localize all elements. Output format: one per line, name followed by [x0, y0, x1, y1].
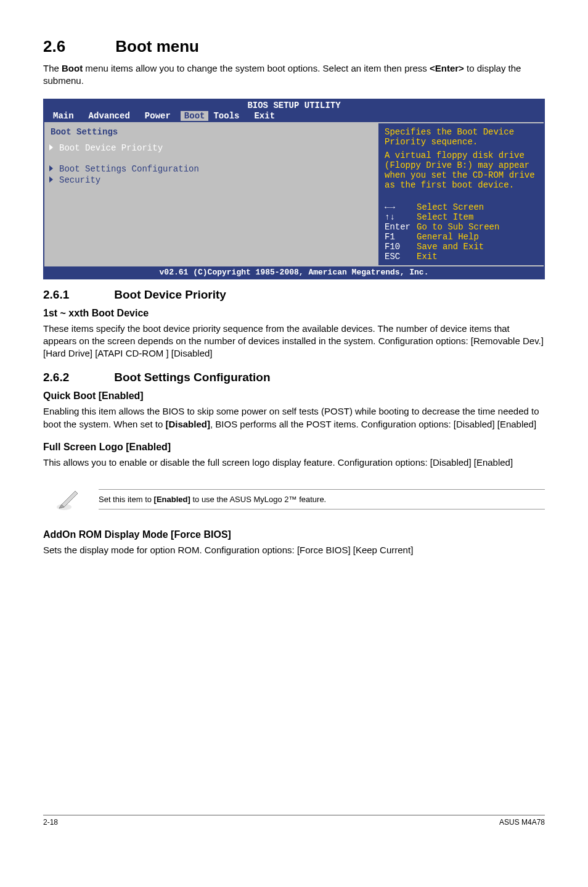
legend-label: Go to Sub Screen	[417, 222, 499, 232]
subsection-heading: 2.6.2 Boot Settings Configuration	[43, 371, 545, 384]
triangle-icon	[49, 176, 53, 183]
bios-screenshot: BIOS SETUP UTILITY Main Advanced Power B…	[43, 99, 545, 279]
option-heading: Full Screen Logo [Enabled]	[43, 442, 545, 453]
bios-menu-main: Main	[48, 111, 84, 121]
bios-item-label: Boot Settings Configuration	[59, 164, 199, 174]
pencil-icon	[55, 486, 81, 512]
text: Set this item to	[99, 495, 154, 504]
bios-item-boot-device-priority: Boot Device Priority	[51, 143, 371, 153]
legend-label: Exit	[417, 252, 438, 262]
bios-menu-bar: Main Advanced Power Boot Tools Exit	[44, 111, 544, 122]
option-heading: Quick Boot [Enabled]	[43, 390, 545, 402]
bios-item-label: Boot Device Priority	[59, 143, 163, 153]
subsection-title: Boot Settings Configuration	[114, 371, 270, 384]
legend-label: Save and Exit	[417, 242, 484, 252]
bios-menu-exit: Exit	[249, 111, 285, 121]
note-text: Set this item to [Enabled] to use the AS…	[99, 489, 545, 510]
legend-key: F1	[385, 232, 417, 242]
section-title: Boot menu	[115, 37, 199, 56]
legend-label: Select Screen	[417, 202, 484, 212]
triangle-icon	[49, 165, 53, 171]
bios-help-extra: A virtual floppy disk drive (Floppy Driv…	[385, 151, 537, 190]
section-number: 2.6	[43, 37, 65, 56]
legend-label: General Help	[417, 232, 479, 242]
bios-help-top: Specifies the Boot Device Priority seque…	[385, 127, 537, 147]
text: to use the ASUS MyLogo 2™ feature.	[190, 495, 326, 504]
option-description: This allows you to enable or disable the…	[43, 456, 545, 469]
section-heading: 2.6 Boot menu	[43, 37, 545, 56]
subsection-title: Boot Device Priority	[114, 288, 226, 301]
text: , BIOS performs all the POST items. Conf…	[210, 419, 536, 429]
arrows-vertical-icon: ↑↓	[385, 212, 417, 222]
bios-right-panel: Specifies the Boot Device Priority seque…	[377, 123, 544, 265]
subsection-heading: 2.6.1 Boot Device Priority	[43, 288, 545, 302]
bios-item-security: Security	[51, 175, 371, 185]
text: The	[43, 63, 62, 73]
option-heading: AddOn ROM Display Mode [Force BIOS]	[43, 529, 545, 540]
option-heading: 1st ~ xxth Boot Device	[43, 308, 545, 319]
bios-footer: v02.61 (C)Copyright 1985-2008, American …	[44, 265, 544, 278]
subsection-number: 2.6.1	[43, 288, 69, 301]
bios-menu-tools: Tools	[208, 111, 249, 121]
bios-left-panel: Boot Settings Boot Device Priority Boot …	[44, 123, 377, 265]
legend-key: Enter	[385, 222, 417, 232]
subsection-number: 2.6.2	[43, 371, 69, 384]
legend-key: ESC	[385, 252, 417, 262]
bios-item-boot-settings-configuration: Boot Settings Configuration	[51, 164, 371, 174]
option-description: These items specify the boot device prio…	[43, 323, 545, 360]
option-description: Sets the display mode for option ROM. Co…	[43, 544, 545, 556]
product-name: ASUS M4A78	[499, 818, 545, 827]
bios-menu-boot: Boot	[181, 111, 209, 121]
bold-term: Boot	[62, 63, 83, 73]
bold-term: [Disabled]	[165, 419, 210, 429]
intro-paragraph: The Boot menu items allow you to change …	[43, 62, 545, 88]
bios-title: BIOS SETUP UTILITY	[44, 100, 544, 111]
bios-item-label: Security	[59, 175, 100, 185]
page-footer: 2-18 ASUS M4A78	[43, 815, 545, 827]
bios-left-heading: Boot Settings	[51, 127, 371, 137]
bold-term: <Enter>	[430, 63, 464, 73]
bios-legend: ←→Select Screen ↑↓Select Item EnterGo to…	[385, 202, 537, 262]
triangle-icon	[49, 144, 53, 151]
text: menu items allow you to change the syste…	[83, 63, 430, 73]
page-number: 2-18	[43, 818, 58, 827]
legend-key: F10	[385, 242, 417, 252]
option-description: Enabling this item allows the BIOS to sk…	[43, 405, 545, 431]
legend-label: Select Item	[417, 212, 473, 222]
bios-menu-power: Power	[140, 111, 181, 121]
bold-term: [Enabled]	[154, 495, 190, 504]
note-callout: Set this item to [Enabled] to use the AS…	[43, 480, 545, 518]
arrows-horizontal-icon: ←→	[385, 202, 417, 212]
bios-menu-advanced: Advanced	[84, 111, 140, 121]
